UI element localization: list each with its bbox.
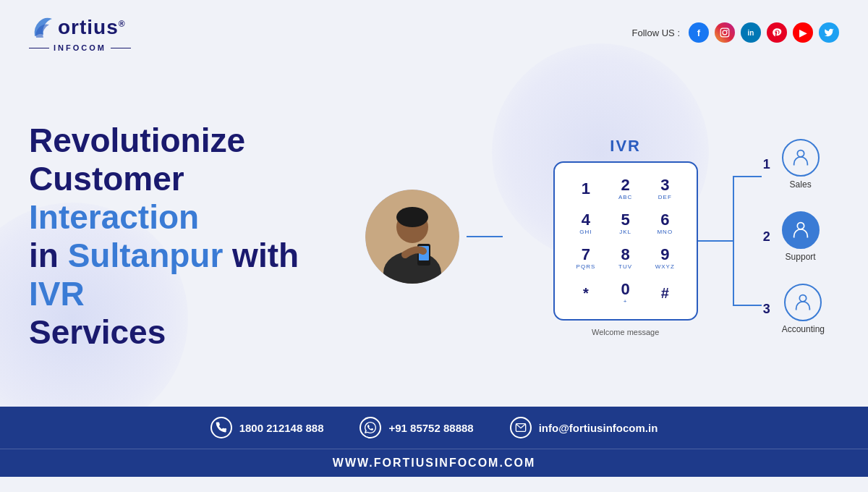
headline-line4: Services xyxy=(29,313,333,352)
footer-website[interactable]: WWW.FORTIUSINFOCOM.COM xyxy=(0,449,868,477)
header: ortius® INFOCOM Follow US : f in ▶ xyxy=(0,0,868,59)
headline-interaction: Interaction xyxy=(29,198,199,236)
logo-brand: ortius® xyxy=(58,16,126,39)
right-connector-h xyxy=(698,240,734,242)
youtube-icon[interactable]: ▶ xyxy=(793,22,813,43)
facebook-icon[interactable]: f xyxy=(689,22,709,43)
ivr-wrapper: IVR 1 2 ABC 3 DEF xyxy=(553,137,698,336)
svg-point-6 xyxy=(396,207,428,227)
whatsapp-number: +91 85752 88888 xyxy=(388,422,473,434)
logo-icon xyxy=(29,13,58,42)
logo-infocom-text: INFOCOM xyxy=(54,43,106,52)
headline-in: in xyxy=(29,237,68,274)
phone-icon xyxy=(210,417,232,438)
person-icon-sales xyxy=(791,148,811,168)
headline-with: with xyxy=(223,237,299,274)
key-0: 0 + xyxy=(608,279,642,308)
headline: Revolutionize Customer Interaction in Su… xyxy=(29,122,333,351)
phone-number: 1800 212148 888 xyxy=(239,422,324,434)
pinterest-icon[interactable] xyxy=(767,22,787,43)
option-circle-support xyxy=(782,211,820,249)
email-address: info@fortiusinfocom.in xyxy=(539,422,658,434)
option-label-accounting: Accounting xyxy=(782,324,825,334)
option-circle-sales xyxy=(782,139,820,177)
key-4: 4 GHI xyxy=(569,209,603,238)
main-content: Revolutionize Customer Interaction in Su… xyxy=(0,59,868,407)
option-label-sales: Sales xyxy=(790,179,812,190)
logo-line-left xyxy=(29,48,49,48)
key-5: 5 JKL xyxy=(608,209,642,238)
logo: ortius® INFOCOM xyxy=(29,13,131,52)
option-accounting: 3 Accounting xyxy=(763,284,825,334)
option-label-support: Support xyxy=(786,252,816,262)
svg-point-2 xyxy=(726,30,728,31)
email-svg xyxy=(515,422,527,433)
person-circle xyxy=(365,190,459,284)
logo-registered: ® xyxy=(119,19,126,29)
social-area: Follow US : f in ▶ xyxy=(632,22,839,43)
email-icon xyxy=(510,417,532,438)
footer-contact: 1800 212148 888 +91 85752 88888 info@for… xyxy=(0,407,868,449)
options-list: 1 Sales 2 xyxy=(763,139,825,334)
svg-point-9 xyxy=(797,150,804,157)
svg-rect-0 xyxy=(720,28,729,37)
headline-line3: in Sultanpur with IVR xyxy=(29,237,333,313)
headline-customer: Customer xyxy=(29,160,184,198)
svg-point-11 xyxy=(800,295,807,302)
key-2: 2 ABC xyxy=(608,174,642,203)
branch-3 xyxy=(734,305,762,306)
follow-label: Follow US : xyxy=(632,27,680,38)
logo-infocom: INFOCOM xyxy=(29,43,131,52)
option-number-2: 2 xyxy=(763,229,775,245)
keypad-grid: 1 2 ABC 3 DEF 4 GHI xyxy=(569,174,682,308)
headline-sultanpur: Sultanpur xyxy=(68,237,224,274)
whatsapp-icon xyxy=(359,417,381,438)
logo-line-right xyxy=(111,48,131,48)
instagram-icon[interactable] xyxy=(715,22,735,43)
ivr-area: IVR 1 2 ABC 3 DEF xyxy=(423,137,825,336)
headline-ivr: IVR xyxy=(29,275,85,313)
key-8: 8 TUV xyxy=(608,244,642,273)
option-icon-sales: Sales xyxy=(782,139,820,190)
key-1: 1 xyxy=(569,174,603,203)
left-text: Revolutionize Customer Interaction in Su… xyxy=(29,122,333,351)
option-circle-accounting xyxy=(784,284,822,321)
option-icon-support: Support xyxy=(782,211,820,262)
right-connector-v xyxy=(733,176,734,306)
option-icon-accounting: Accounting xyxy=(782,284,825,334)
logo-text: ortius® xyxy=(29,13,126,42)
key-3: 3 DEF xyxy=(648,174,682,203)
ivr-box-container: 1 2 ABC 3 DEF 4 GHI xyxy=(553,161,698,321)
twitter-icon[interactable] xyxy=(819,22,839,43)
key-hash: # xyxy=(648,279,682,308)
ivr-label: IVR xyxy=(610,137,641,156)
person-image xyxy=(365,190,459,284)
svg-point-1 xyxy=(723,30,727,35)
contact-phone[interactable]: 1800 212148 888 xyxy=(210,417,324,438)
welcome-message: Welcome message xyxy=(592,328,659,336)
contact-whatsapp[interactable]: +91 85752 88888 xyxy=(359,417,473,438)
linkedin-icon[interactable]: in xyxy=(741,22,761,43)
option-support: 2 Support xyxy=(763,211,825,262)
person-icon-support xyxy=(791,220,811,240)
option-number-3: 3 xyxy=(763,302,775,317)
person-icon-accounting xyxy=(793,292,813,313)
option-sales: 1 Sales xyxy=(763,139,825,190)
footer: 1800 212148 888 +91 85752 88888 info@for… xyxy=(0,407,868,477)
svg-point-10 xyxy=(797,223,804,229)
phone-svg xyxy=(216,422,227,433)
ivr-box: 1 2 ABC 3 DEF 4 GHI xyxy=(553,161,698,321)
headline-line2: Customer Interaction xyxy=(29,160,333,237)
contact-email[interactable]: info@fortiusinfocom.in xyxy=(510,417,658,438)
key-star: * xyxy=(569,279,603,308)
left-connector xyxy=(467,236,503,237)
key-9: 9 WXYZ xyxy=(648,244,682,273)
key-6: 6 MNO xyxy=(648,209,682,238)
option-number-1: 1 xyxy=(763,157,775,172)
headline-line1: Revolutionize xyxy=(29,122,333,160)
key-7: 7 PQRS xyxy=(569,244,603,273)
whatsapp-svg xyxy=(365,422,376,433)
branch-1 xyxy=(734,176,762,177)
